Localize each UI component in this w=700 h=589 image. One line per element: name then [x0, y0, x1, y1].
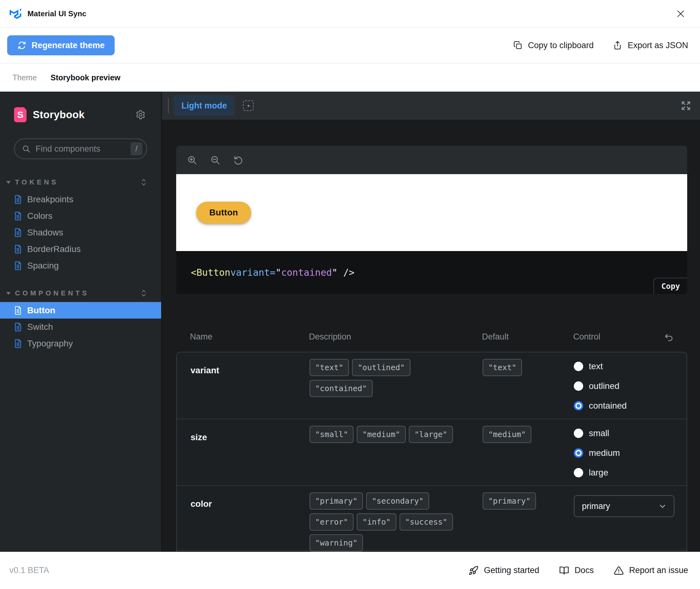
type-chip: "error"	[310, 513, 354, 531]
prop-default: "primary"	[482, 493, 536, 510]
story-contained-button[interactable]: Button	[196, 202, 251, 223]
sidebar-item-shadows[interactable]: Shadows	[0, 224, 161, 241]
radio-icon[interactable]	[574, 448, 583, 458]
zoom-reset-icon[interactable]	[233, 155, 244, 165]
radio-icon[interactable]	[574, 381, 583, 391]
radio-label: text	[589, 361, 603, 371]
type-chip: "outlined"	[352, 359, 410, 376]
gear-icon[interactable]	[135, 110, 145, 120]
sidebar-item-typography[interactable]: Typography	[0, 335, 161, 352]
radio-icon[interactable]	[574, 468, 583, 477]
prop-control: text outlined contained	[574, 362, 627, 421]
copy-icon	[513, 41, 522, 50]
section-header-components[interactable]: COMPONENTS	[6, 289, 147, 298]
document-icon	[14, 261, 22, 270]
storybook-preview-panel: Light mode	[161, 91, 700, 552]
prop-name: variant	[191, 366, 219, 376]
getting-started-link[interactable]: Getting started	[468, 566, 539, 576]
type-chip: "success"	[399, 513, 453, 531]
action-toolbar: Regenerate theme Copy to clipboard	[0, 28, 700, 63]
radio-label: contained	[589, 401, 627, 411]
type-chip: "medium"	[357, 426, 405, 443]
radio-option-large[interactable]: large	[574, 468, 620, 477]
document-icon	[14, 211, 22, 221]
code-string: contained	[281, 267, 332, 278]
content-area: S Storybook /	[0, 91, 700, 552]
sidebar-item-label: Typography	[27, 339, 73, 349]
report-issue-label: Report an issue	[629, 566, 688, 575]
radio-label: outlined	[589, 381, 619, 391]
caret-down-icon	[6, 292, 11, 295]
sidebar-item-label: Shadows	[27, 228, 63, 238]
prop-name: color	[191, 499, 212, 509]
view-tabs: Theme Storybook preview	[0, 63, 700, 91]
type-chip: "secondary"	[366, 493, 429, 510]
report-issue-link[interactable]: Report an issue	[614, 566, 688, 576]
search-input[interactable]	[36, 144, 125, 154]
expand-collapse-icon[interactable]	[140, 178, 147, 187]
prop-description: "text" "outlined" "contained"	[310, 359, 456, 397]
props-table-header: Name Description Default Control	[176, 330, 687, 344]
table-row-partial	[177, 551, 687, 552]
zoom-out-icon[interactable]	[210, 155, 221, 165]
radio-option-small[interactable]: small	[574, 429, 620, 438]
radio-option-outlined[interactable]: outlined	[574, 381, 627, 391]
default-chip: "primary"	[482, 493, 536, 510]
expand-collapse-icon[interactable]	[140, 289, 147, 298]
copy-to-clipboard-button[interactable]: Copy to clipboard	[513, 41, 594, 50]
storybook-brand-row: S Storybook	[0, 91, 161, 122]
storybook-brand-name: Storybook	[33, 109, 85, 121]
chevron-down-icon	[658, 502, 667, 511]
sidebar-item-label: Breakpoints	[27, 194, 73, 204]
tab-storybook-preview[interactable]: Storybook preview	[51, 73, 120, 82]
sidebar-item-borderradius[interactable]: BorderRadius	[0, 241, 161, 257]
book-icon	[559, 566, 569, 576]
type-chip: "text"	[310, 359, 349, 376]
outline-toggle-icon[interactable]	[243, 101, 254, 111]
regenerate-theme-button[interactable]: Regenerate theme	[7, 35, 115, 55]
export-as-json-button[interactable]: Export as JSON	[613, 41, 688, 50]
default-chip: "medium"	[482, 426, 531, 443]
sidebar-item-breakpoints[interactable]: Breakpoints	[0, 191, 161, 208]
toolbar-divider	[168, 98, 169, 114]
export-as-json-label: Export as JSON	[628, 41, 688, 50]
code-quote: "	[276, 267, 281, 278]
radio-icon[interactable]	[574, 401, 583, 410]
type-chip: "contained"	[310, 380, 373, 397]
radio-label: large	[589, 468, 608, 478]
radio-icon[interactable]	[574, 429, 583, 438]
column-header-default: Default	[482, 332, 509, 342]
sidebar-item-colors[interactable]: Colors	[0, 208, 161, 224]
reset-controls-icon[interactable]	[663, 332, 674, 343]
sidebar-item-switch[interactable]: Switch	[0, 319, 161, 335]
close-icon[interactable]	[674, 7, 688, 21]
prop-description: "primary" "secondary" "error" "info" "su…	[310, 493, 456, 552]
zoom-in-icon[interactable]	[187, 155, 198, 165]
props-table: variant "text" "outlined" "contained" "t…	[176, 352, 687, 552]
page-title: Material UI Sync	[27, 9, 86, 18]
mui-logo-icon	[10, 8, 21, 19]
sidebar-item-label: Button	[27, 306, 55, 316]
sidebar-item-spacing[interactable]: Spacing	[0, 257, 161, 274]
docs-link[interactable]: Docs	[559, 566, 594, 576]
color-select-dropdown[interactable]: primary	[574, 495, 674, 517]
document-icon	[14, 228, 22, 237]
prop-control: small medium large	[574, 429, 620, 488]
table-row-color: color "primary" "secondary" "error" "inf…	[177, 486, 687, 551]
fullscreen-icon[interactable]	[680, 100, 692, 112]
title-bar: Material UI Sync	[0, 0, 700, 28]
radio-option-medium[interactable]: medium	[574, 448, 620, 458]
copy-code-button[interactable]: Copy	[654, 277, 687, 294]
section-header-tokens[interactable]: TOKENS	[6, 178, 147, 187]
document-icon	[14, 322, 22, 332]
document-icon	[14, 339, 22, 348]
radio-icon[interactable]	[574, 362, 583, 371]
rocket-icon	[468, 566, 478, 576]
radio-option-text[interactable]: text	[574, 362, 627, 371]
regenerate-theme-label: Regenerate theme	[32, 41, 105, 50]
radio-option-contained[interactable]: contained	[574, 401, 627, 410]
sidebar-item-button[interactable]: Button	[0, 302, 161, 319]
column-header-control: Control	[573, 332, 600, 342]
light-mode-button[interactable]: Light mode	[174, 95, 235, 116]
tab-theme[interactable]: Theme	[12, 73, 37, 82]
